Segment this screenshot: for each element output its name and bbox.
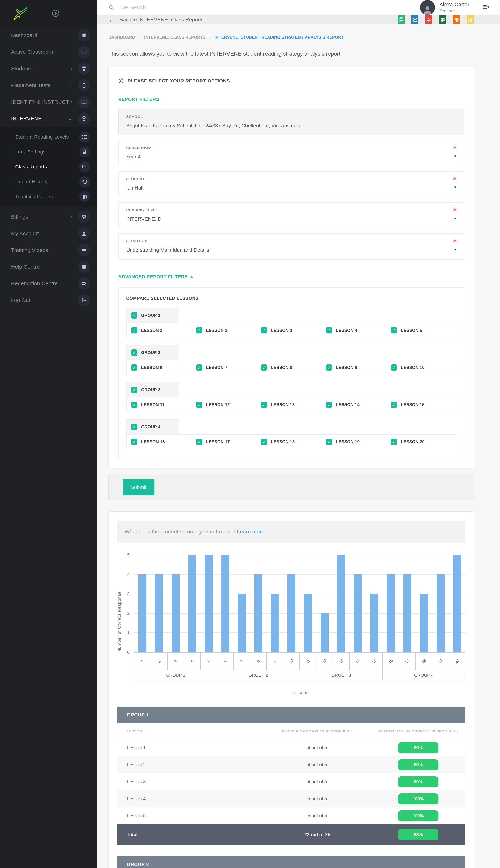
lesson-17-checkbox[interactable]: ✓ (196, 439, 202, 445)
sidebar-item-billings[interactable]: Billings‹ (0, 208, 97, 225)
sidebar-item-lock-settings[interactable]: Lock Settings (0, 145, 97, 159)
sidebar-item-intervene[interactable]: INTERVENE⌄ (0, 110, 97, 127)
sidebar-item-teaching-guides[interactable]: Teaching Guides (0, 189, 97, 204)
sidebar-item-training-videos[interactable]: Training Videos (0, 242, 97, 259)
user-icon (81, 230, 87, 237)
export-copy-button[interactable] (398, 15, 405, 24)
lesson-14-checkbox[interactable]: ✓ (326, 401, 332, 408)
topbar: Live Search Alexa Carter Teacher (97, 0, 500, 15)
sort-icon[interactable]: ▴▾ (351, 729, 353, 733)
chevron-left-icon: ‹ (70, 99, 72, 105)
lesson-18-checkbox[interactable]: ✓ (261, 439, 267, 445)
avatar (420, 0, 435, 15)
excel-icon (440, 16, 445, 23)
bar-lesson-9[interactable] (271, 594, 279, 652)
sidebar-item-placement-tests[interactable]: Placement Tests‹ (0, 77, 97, 94)
lesson-1-checkbox[interactable]: ✓ (131, 327, 137, 333)
bar-lesson-15[interactable] (370, 594, 378, 652)
dropdown-caret-icon[interactable]: ▼ (453, 185, 457, 190)
bar-lesson-14[interactable] (354, 574, 362, 652)
bar-lesson-16[interactable] (387, 574, 395, 652)
sidebar-item-students[interactable]: Students‹ (0, 60, 97, 77)
group-1-checkbox[interactable]: ✓ (131, 312, 137, 319)
dropdown-caret-icon[interactable]: ▼ (453, 216, 457, 220)
lesson-11-checkbox[interactable]: ✓ (131, 401, 137, 408)
bar-lesson-8[interactable] (254, 574, 262, 652)
sidebar-item-active-classroom[interactable]: Active Classroom (0, 44, 97, 60)
sidebar-item-identify-instruct[interactable]: IDENTIFY & INSTRUCT‹ (0, 94, 97, 110)
learn-more-link[interactable]: Learn more (237, 529, 264, 535)
sidebar-item-dashboard[interactable]: Dashboard (0, 27, 97, 44)
bar-lesson-19[interactable] (436, 574, 445, 652)
group-4-checkbox[interactable]: ✓ (131, 424, 137, 430)
bar-lesson-20[interactable] (453, 555, 461, 652)
bar-lesson-1[interactable] (138, 574, 146, 652)
bar-lesson-12[interactable] (321, 613, 329, 652)
export-pdf-button[interactable] (425, 15, 432, 24)
bar-lesson-13[interactable] (337, 555, 345, 652)
sidebar-item-log-out[interactable]: Log Out (0, 292, 97, 308)
group-3-checkbox[interactable]: ✓ (131, 387, 137, 393)
monitor-icon (81, 49, 87, 55)
group-2-label: GROUP 2 (141, 350, 160, 355)
bar-lesson-3[interactable] (171, 574, 180, 652)
bar-lesson-5[interactable] (205, 555, 213, 652)
export-share-button[interactable] (467, 15, 474, 24)
lesson-13-checkbox[interactable]: ✓ (261, 401, 267, 408)
sidebar-item-student-reading-levels[interactable]: Student Reading Levels (0, 129, 97, 145)
lesson-12-label: LESSON 12 (206, 402, 230, 407)
breadcrumb-dashboard[interactable]: DASHBOARD (108, 35, 135, 40)
user-menu[interactable]: Alexa Carter Teacher (420, 0, 490, 15)
lesson-10-checkbox[interactable]: ✓ (391, 364, 397, 370)
sidebar-item-my-account[interactable]: My Account (0, 225, 97, 242)
bar-lesson-6[interactable] (221, 555, 229, 652)
bar-lesson-2[interactable] (155, 574, 163, 652)
bar-lesson-7[interactable] (238, 594, 246, 652)
bar-lesson-10[interactable] (287, 574, 295, 652)
sort-icon[interactable]: ▴▾ (457, 729, 458, 733)
search-input[interactable]: Live Search (108, 4, 420, 10)
lesson-7-checkbox[interactable]: ✓ (196, 364, 202, 370)
export-excel-button[interactable] (439, 15, 446, 24)
lesson-8-checkbox[interactable]: ✓ (261, 364, 267, 370)
sidebar-toggle[interactable] (52, 10, 59, 17)
chart-group-bands: GROUP 1GROUP 2GROUP 3GROUP 4 (134, 670, 465, 680)
cell-lesson: Lesson 1 (117, 745, 263, 751)
advanced-filters-toggle[interactable]: ADVANCED REPORT FILTERS ▲ (118, 274, 193, 279)
dropdown-caret-icon[interactable]: ▼ (453, 248, 457, 252)
breadcrumb-class-reports[interactable]: INTERVENE: CLASS REPORTS (144, 35, 206, 40)
sidebar-item-class-reports[interactable]: Class Reports (0, 159, 97, 174)
sidebar-item-redemption-centre[interactable]: Redemption Centre (0, 275, 97, 292)
lesson-5-checkbox[interactable]: ✓ (391, 327, 397, 333)
student-select[interactable]: STUDENTIan Hall✱▼ (118, 171, 464, 197)
lesson-15-checkbox[interactable]: ✓ (391, 401, 397, 408)
lesson-9-checkbox[interactable]: ✓ (326, 364, 332, 370)
strategy-select[interactable]: STRATEGYUnderstanding Main Idea and Deta… (118, 233, 464, 260)
cell-score: 4 out of 5 (263, 762, 371, 767)
group-2-checkbox[interactable]: ✓ (131, 350, 137, 356)
lesson-16-checkbox[interactable]: ✓ (131, 439, 137, 445)
bar-lesson-18[interactable] (420, 594, 428, 652)
lesson-4-checkbox[interactable]: ✓ (326, 327, 332, 333)
export-print-button[interactable] (453, 15, 460, 24)
quick-menu-icon[interactable] (482, 3, 490, 12)
lesson-12-checkbox[interactable]: ✓ (196, 401, 202, 408)
sidebar-item-report-history[interactable]: Report History (0, 174, 97, 189)
bar-lesson-11[interactable] (304, 594, 312, 652)
lesson-3-checkbox[interactable]: ✓ (261, 327, 267, 333)
back-button[interactable]: ← Back to INTERVENE: Class Reports (108, 16, 398, 23)
sort-icon[interactable]: ▴▾ (144, 729, 146, 733)
bar-lesson-4[interactable] (188, 555, 196, 652)
lesson-20-checkbox[interactable]: ✓ (391, 439, 397, 445)
bar-lesson-17[interactable] (404, 574, 411, 652)
sidebar-item-help-centre[interactable]: Help Centre (0, 259, 97, 275)
lesson-19-checkbox[interactable]: ✓ (326, 439, 332, 445)
lesson-2-checkbox[interactable]: ✓ (196, 327, 202, 333)
reading-level-select[interactable]: READING LEVELINTERVENE: D✱▼ (118, 202, 464, 228)
export-email-button[interactable] (411, 15, 418, 24)
classroom-select[interactable]: CLASSROOMYear 4✱▼ (118, 140, 464, 166)
dropdown-caret-icon[interactable]: ▼ (453, 154, 457, 158)
submit-button[interactable]: Submit (123, 479, 154, 495)
lesson-6-checkbox[interactable]: ✓ (131, 364, 137, 370)
sidebar-item-label: Report History (15, 179, 79, 184)
